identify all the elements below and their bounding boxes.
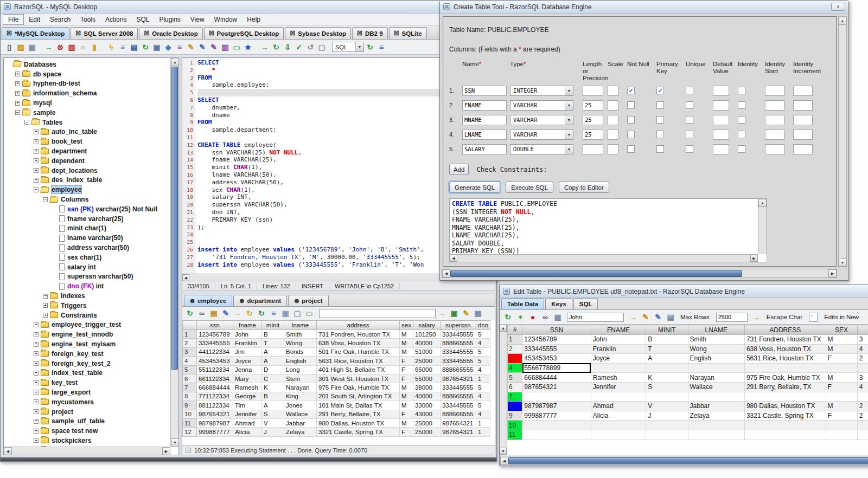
tree-item[interactable]: minit char(1) <box>6 224 170 234</box>
table-cell[interactable]: F <box>826 354 857 364</box>
rollback-icon[interactable]: ○ <box>78 42 88 53</box>
expand-icon[interactable]: + <box>34 351 39 356</box>
table-cell[interactable] <box>591 421 646 430</box>
tree-item[interactable]: sex char(1) <box>6 253 170 262</box>
tree-item[interactable]: +stockpickers <box>6 436 170 445</box>
table-cell[interactable] <box>857 430 868 440</box>
favorites-icon[interactable]: ★ <box>242 42 253 53</box>
table-cell[interactable]: 501 Fire Oak, Humble TX <box>317 347 400 356</box>
column-header[interactable]: address <box>317 321 400 330</box>
table-cell[interactable]: English <box>688 354 744 364</box>
chevron-down-icon[interactable]: ▼ <box>565 115 573 125</box>
table-cell[interactable]: Wong <box>688 344 744 354</box>
tree-item-label[interactable]: Columns <box>61 196 88 203</box>
refresh-icon[interactable]: ↻ <box>271 42 282 53</box>
row-number-cell[interactable]: 10 <box>508 421 522 430</box>
view-record-icon[interactable]: ∞ <box>196 308 207 319</box>
scroll-right-icon[interactable]: ▶ <box>750 255 758 262</box>
hscroll-thumb[interactable] <box>450 270 742 277</box>
table-cell[interactable]: 2 <box>857 354 868 364</box>
copy-results-icon[interactable]: ▢ <box>292 308 303 319</box>
expand-icon[interactable]: + <box>43 294 48 299</box>
table-cell[interactable]: 975 Fire Oak, Humble TX <box>744 373 826 383</box>
tree-item[interactable]: +employee_trigger_test <box>6 320 170 330</box>
tree-vertical-scrollbar[interactable]: ▲ ▼ <box>170 58 178 447</box>
generate-sql-button[interactable]: Generate SQL <box>449 182 500 193</box>
tree-item[interactable]: dno (FK) int <box>6 281 170 291</box>
table-cell[interactable]: K <box>646 373 688 383</box>
tree-item-label[interactable]: dno (FK) int <box>67 282 104 290</box>
table-cell[interactable] <box>857 363 868 373</box>
sort-icon[interactable]: → <box>232 308 243 319</box>
table-cell[interactable]: B <box>646 335 688 345</box>
default-value-input[interactable] <box>713 86 729 96</box>
identity-increment-input[interactable] <box>793 144 813 154</box>
not-null-checkbox[interactable]: ✓ <box>627 87 635 94</box>
table-cell[interactable]: Alicia <box>591 411 646 421</box>
tree-item[interactable]: +engine_test_myisam <box>6 339 170 349</box>
table-cell[interactable]: 5566778899 <box>522 363 591 373</box>
tab-close-icon[interactable]: ☒ <box>75 30 81 37</box>
tree-item-label[interactable]: sample_utf_table <box>52 417 105 425</box>
scroll-left-icon[interactable]: ◀ <box>182 274 189 281</box>
expand-icon[interactable]: + <box>15 72 20 76</box>
expand-icon[interactable]: + <box>15 81 20 86</box>
tab-close-icon[interactable]: ⊗ <box>294 298 299 305</box>
row-number-cell[interactable]: 11 <box>508 430 522 440</box>
db-refresh-icon[interactable]: ↻ <box>256 308 267 319</box>
table-cell[interactable]: Ahmad <box>591 402 646 411</box>
tree-item-label[interactable]: book_test <box>52 138 82 145</box>
table-cell[interactable]: 4 <box>857 344 868 354</box>
chevron-down-icon[interactable]: ▼ <box>565 86 573 95</box>
table-cell[interactable]: Bonds <box>284 347 317 356</box>
link-icon[interactable]: ↻ <box>244 308 255 319</box>
tab-close-icon[interactable]: ☒ <box>394 30 399 37</box>
table-cell[interactable]: M <box>400 347 413 356</box>
edit-data-table[interactable]: #SSNFNAMEMINITLNAMEADDRESSSEX1123456789J… <box>507 325 868 440</box>
table-cell[interactable]: F <box>400 410 413 418</box>
results-tab[interactable]: ⊗employee <box>184 295 232 306</box>
expand-icon[interactable]: + <box>34 342 39 347</box>
tree-item[interactable]: −sample <box>6 108 170 118</box>
tree-scroll-thumb[interactable] <box>171 67 178 370</box>
export-results-icon[interactable]: ▭ <box>304 308 315 319</box>
identity-increment-input[interactable] <box>793 115 813 125</box>
table-cell[interactable]: John <box>233 330 262 339</box>
table-cell[interactable]: Jennifer <box>233 410 262 418</box>
table-cell[interactable]: 771122334 <box>197 392 233 401</box>
table-cell[interactable]: 987987987 <box>197 418 233 427</box>
table-cell[interactable] <box>826 363 857 373</box>
tree-item-label[interactable]: ssn (PK) varchar(25) Not Null <box>67 205 157 213</box>
table-cell[interactable]: M <box>400 392 413 401</box>
chevron-down-icon[interactable]: ▼ <box>565 145 573 154</box>
table-row[interactable]: 2333445555FranklinTWong638 Voss, Houston… <box>508 344 868 354</box>
tree-item[interactable]: +dependent <box>6 156 170 166</box>
tree-item[interactable]: superssn varchar(50) <box>6 272 170 282</box>
table-cell[interactable]: Narayan <box>284 383 317 392</box>
table-row[interactable]: 2333445555FranklinTWong638 Voss, Houston… <box>183 339 490 347</box>
scale-input[interactable] <box>608 144 618 154</box>
table-cell[interactable]: 987654321 <box>522 382 591 392</box>
scroll-up-icon[interactable]: ▲ <box>758 199 767 207</box>
table-cell[interactable]: 333445555 <box>440 383 476 392</box>
menu-tools[interactable]: Tools <box>75 15 100 24</box>
tree-item[interactable]: +sample_utf_table <box>6 416 170 426</box>
row-number-cell[interactable]: 8 <box>183 392 197 401</box>
scale-input[interactable] <box>608 100 618 111</box>
menu-view[interactable]: View <box>186 15 209 24</box>
refresh-db-icon[interactable]: ↻ <box>140 42 151 53</box>
table-row[interactable]: 6661122334MaryCStein301 West St. Houston… <box>183 374 490 383</box>
table-cell[interactable]: F <box>400 365 413 374</box>
tree-item-label[interactable]: index_test_table <box>52 369 103 377</box>
table-cell[interactable]: Zelaya <box>688 411 744 421</box>
table-cell[interactable]: Mary <box>233 374 262 383</box>
list-view-icon[interactable]: ≡ <box>268 308 279 319</box>
table-cell[interactable] <box>688 421 744 430</box>
search-next-icon[interactable]: → <box>628 312 639 322</box>
tree-item[interactable]: address varchar(50) <box>6 243 170 253</box>
tree-item-label[interactable]: mycustomers <box>52 398 94 406</box>
column-header[interactable]: FNAME <box>591 325 646 335</box>
column-header[interactable]: fname <box>233 321 262 330</box>
table-cell[interactable]: Alicia <box>233 428 262 436</box>
tree-item[interactable]: +space test new <box>6 426 170 436</box>
